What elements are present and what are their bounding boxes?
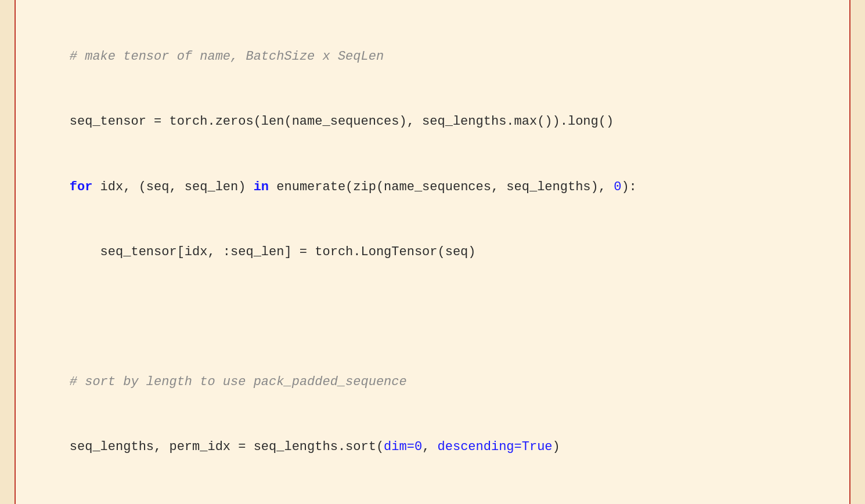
line-13: seq_lengths, perm_idx = seq_lengths.sort… (39, 436, 826, 458)
line-14: seq_tensor = seq_tensor[perm_idx] (39, 502, 826, 505)
line-12: # sort by length to use pack_padded_sequ… (39, 371, 826, 393)
line-6 (39, 0, 826, 3)
line-9: for idx, (seq, seq_len) in enumerate(zip… (39, 176, 826, 198)
line-11 (39, 306, 826, 328)
line-10: seq_tensor[idx, :seq_len] = torch.LongTe… (39, 241, 826, 263)
line-7: # make tensor of name, BatchSize x SeqLe… (39, 46, 826, 67)
code-container: def make_tensors(names, countries): sequ… (15, 0, 850, 504)
line-8: seq_tensor = torch.zeros(len(name_sequen… (39, 111, 826, 132)
code-block: def make_tensors(names, countries): sequ… (39, 0, 826, 504)
